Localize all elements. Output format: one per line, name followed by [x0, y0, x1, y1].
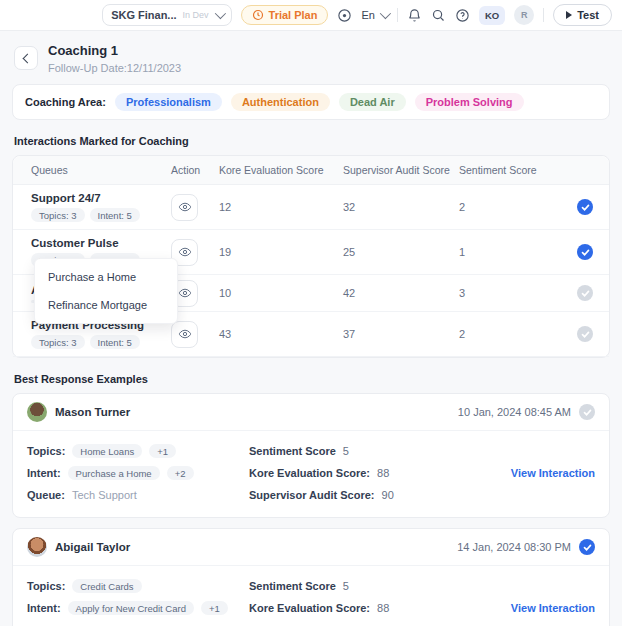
topics-count-pill: Topics: 3 [31, 335, 85, 349]
trial-plan-badge[interactable]: Trial Plan [241, 5, 329, 25]
view-interaction-link[interactable]: View Interaction [477, 574, 595, 626]
kore-score-value: 88 [377, 602, 389, 614]
row-select-check[interactable] [577, 285, 593, 301]
column-header-kore-score: Kore Evaluation Score [219, 156, 343, 184]
view-eye-button[interactable] [171, 194, 198, 221]
supervisor-score-value: 90 [382, 489, 394, 501]
kore-score: 12 [219, 201, 343, 213]
sentiment-score-label: Sentiment Score [249, 580, 336, 592]
topic-pill: Home Loans [72, 444, 142, 458]
queue-name: Customer Pulse [31, 237, 171, 249]
topics-count-pill: Topics: 3 [31, 208, 85, 222]
status-record-icon[interactable] [337, 8, 352, 23]
intent-more-pill: +2 [167, 466, 194, 480]
divider [543, 8, 544, 22]
row-select-check[interactable] [577, 326, 593, 342]
eye-icon [178, 200, 192, 214]
response-card: Abigail Taylor 14 Jan, 2024 08:30 PM Top… [12, 528, 610, 626]
divider [397, 8, 398, 22]
card-select-check[interactable] [579, 539, 595, 555]
chevron-left-icon [22, 53, 32, 63]
intent-more-pill: +1 [201, 601, 228, 615]
app-name: SKG Finan... [111, 9, 176, 21]
row-select-check[interactable] [577, 244, 593, 260]
table-row: Support 24/7 Topics: 3 Intent: 5 12 32 2 [13, 185, 609, 230]
supervisor-score-label: Supervisor Audit Score: [249, 489, 375, 501]
best-responses-section-title: Best Response Examples [14, 373, 608, 385]
interactions-section-title: Interactions Marked for Coaching [14, 135, 608, 147]
supervisor-score: 25 [343, 246, 459, 258]
intent-pill: Apply for New Credit Card [68, 601, 194, 615]
supervisor-score: 32 [343, 201, 459, 213]
dropdown-item[interactable]: Purchase a Home [35, 263, 177, 291]
coaching-area-card: Coaching Area: Professionalism Authentic… [12, 84, 610, 120]
chevron-down-icon [380, 8, 391, 19]
language-label: En [361, 9, 374, 21]
kore-score-label: Kore Evaluation Score: [249, 602, 370, 614]
agent-name: Mason Turner [55, 406, 130, 418]
topics-label: Topics: [27, 445, 65, 457]
trial-plan-label: Trial Plan [269, 9, 318, 21]
coaching-area-label: Coaching Area: [25, 96, 106, 108]
view-eye-button[interactable] [171, 321, 198, 348]
sentiment-score-label: Sentiment Score [249, 445, 336, 457]
topics-label: Topics: [27, 580, 65, 592]
intent-pill: Purchase a Home [68, 466, 160, 480]
eye-icon [178, 327, 192, 341]
avatar [27, 537, 47, 557]
queue-value: Tech Support [72, 489, 137, 501]
interaction-datetime: 14 Jan, 2024 08:30 PM [457, 541, 571, 553]
account-avatar[interactable]: R [514, 5, 534, 25]
column-header-supervisor-score: Supervisor Audit Score [343, 156, 459, 184]
sentiment-score-value: 5 [343, 580, 349, 592]
play-icon [566, 11, 572, 19]
view-interaction-link[interactable]: View Interaction [477, 439, 595, 507]
coaching-area-chip: Professionalism [115, 93, 222, 111]
interaction-datetime: 10 Jan, 2024 08:45 AM [458, 406, 571, 418]
eye-icon [178, 286, 192, 300]
page-header: Coaching 1 Follow-Up Date:12/11/2023 [14, 43, 610, 74]
coaching-area-chip: Problem Solving [415, 93, 524, 111]
kore-score-label: Kore Evaluation Score: [249, 467, 370, 479]
supervisor-score: 37 [343, 328, 459, 340]
top-bar: SKG Finan... In Dev Trial Plan En KO R T… [0, 0, 622, 31]
dropdown-item[interactable]: Refinance Mortgage [35, 291, 177, 319]
search-icon[interactable] [431, 8, 446, 23]
chevron-down-icon [214, 8, 225, 19]
page-title: Coaching 1 [48, 43, 181, 58]
row-select-check[interactable] [577, 199, 593, 215]
response-card: Mason Turner 10 Jan, 2024 08:45 AM Topic… [12, 393, 610, 518]
clock-icon [252, 9, 264, 21]
supervisor-score: 42 [343, 287, 459, 299]
column-header-sentiment-score: Sentiment Score [459, 156, 563, 184]
eye-icon [178, 245, 192, 259]
sentiment-score-value: 5 [343, 445, 349, 457]
app-selector-dropdown[interactable]: SKG Finan... In Dev [102, 4, 231, 26]
user-avatar[interactable]: KO [479, 6, 505, 25]
avatar [27, 402, 47, 422]
agent-name: Abigail Taylor [55, 541, 130, 553]
kore-score: 10 [219, 287, 343, 299]
queue-dropdown-menu: Purchase a Home Refinance Mortgage [34, 258, 178, 324]
sentiment-score: 2 [459, 328, 563, 340]
test-button[interactable]: Test [553, 4, 612, 26]
coaching-area-chip: Dead Air [339, 93, 406, 111]
intent-count-pill: Intent: 5 [90, 208, 140, 222]
coaching-area-chip: Authentication [231, 93, 330, 111]
language-selector[interactable]: En [361, 9, 387, 21]
help-icon[interactable] [455, 8, 470, 23]
column-header-queues: Queues [13, 156, 171, 184]
back-button[interactable] [14, 46, 38, 70]
kore-score-value: 88 [377, 467, 389, 479]
intent-count-pill: Intent: 5 [90, 335, 140, 349]
follow-up-date: Follow-Up Date:12/11/2023 [48, 62, 181, 74]
notifications-bell-icon[interactable] [407, 8, 422, 23]
sentiment-score: 2 [459, 201, 563, 213]
topic-pill: Credit Cards [72, 579, 141, 593]
sentiment-score: 3 [459, 287, 563, 299]
queue-label: Queue: [27, 489, 65, 501]
card-select-check[interactable] [579, 404, 595, 420]
table-header-row: Queues Action Kore Evaluation Score Supe… [13, 156, 609, 185]
column-header-action: Action [171, 156, 219, 184]
interactions-table: Queues Action Kore Evaluation Score Supe… [12, 155, 610, 358]
